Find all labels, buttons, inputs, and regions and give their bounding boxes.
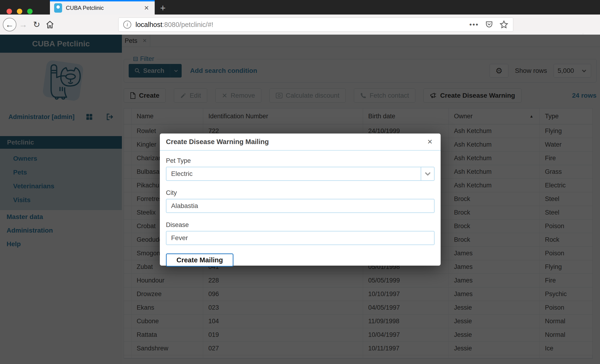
window-controls (7, 9, 33, 14)
window-minimize-button[interactable] (17, 9, 22, 14)
create-mailing-button[interactable]: Create Mailing (166, 254, 234, 267)
new-tab-button[interactable]: + (158, 1, 168, 15)
tab-title: CUBA Petclinic (66, 5, 142, 11)
home-icon (46, 20, 54, 29)
pocket-icon[interactable] (485, 20, 493, 29)
back-button[interactable]: ← (3, 18, 16, 31)
chevron-down-icon (424, 170, 431, 177)
disease-value: Fever (171, 234, 188, 242)
browser-tabstrip: CUBA Petclinic ✕ + (0, 0, 600, 15)
forward-button[interactable]: → (16, 18, 30, 31)
pet-type-dropdown-button[interactable] (421, 167, 434, 180)
dialog-header[interactable]: Create Disease Warning Mailing ✕ (160, 134, 441, 151)
browser-toolbar: ← → ↻ i localhost:8080/petclinic/#! ••• (0, 15, 600, 35)
city-label: City (166, 189, 434, 197)
reload-button[interactable]: ↻ (30, 18, 43, 31)
browser-tab[interactable]: CUBA Petclinic ✕ (50, 0, 155, 15)
url-path: :8080/petclinic/#! (162, 21, 213, 28)
url-text: localhost:8080/petclinic/#! (135, 21, 213, 28)
home-button[interactable] (43, 18, 57, 31)
pet-type-field-group: Pet Type Electric (166, 157, 434, 181)
pet-type-value: Electric (171, 170, 193, 178)
tab-close-icon[interactable]: ✕ (142, 3, 150, 13)
pet-type-combobox[interactable]: Electric (166, 167, 434, 181)
tab-favicon-icon (54, 3, 62, 13)
disease-label: Disease (166, 221, 434, 229)
city-field-group: City Alabastia (166, 189, 434, 213)
reload-icon: ↻ (33, 20, 40, 29)
city-value: Alabastia (171, 202, 198, 210)
disease-field-group: Disease Fever (166, 221, 434, 245)
city-input[interactable]: Alabastia (166, 199, 434, 213)
back-arrow-icon: ← (5, 20, 14, 29)
url-host: localhost (135, 21, 162, 28)
page-actions-icon[interactable]: ••• (469, 21, 479, 28)
pet-type-label: Pet Type (166, 157, 434, 164)
forward-arrow-icon: → (19, 20, 28, 29)
dialog-close-icon[interactable]: ✕ (425, 137, 434, 147)
dialog-title: Create Disease Warning Mailing (166, 138, 269, 146)
bookmark-star-icon[interactable] (499, 20, 508, 29)
screen: CUBA Petclinic ✕ + ← → ↻ i localhost:808… (0, 0, 600, 364)
site-info-icon[interactable]: i (123, 21, 131, 28)
window-close-button[interactable] (7, 9, 12, 14)
url-bar[interactable]: i localhost:8080/petclinic/#! ••• (118, 18, 513, 32)
create-disease-warning-dialog: Create Disease Warning Mailing ✕ Pet Typ… (160, 134, 441, 266)
window-zoom-button[interactable] (27, 9, 33, 14)
disease-input[interactable]: Fever (166, 231, 434, 245)
